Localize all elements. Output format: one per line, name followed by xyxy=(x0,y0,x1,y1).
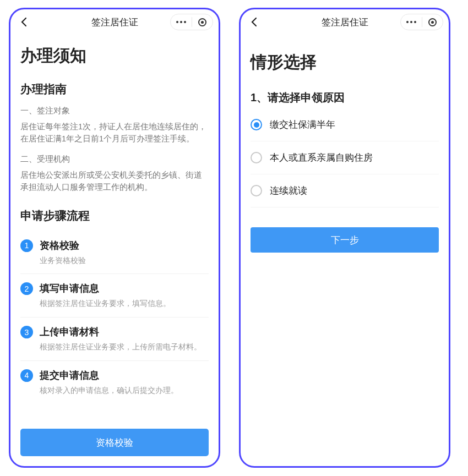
option-label: 本人或直系亲属自购住房 xyxy=(270,151,373,164)
capsule-close-button[interactable] xyxy=(192,18,213,26)
capsule-menu-button[interactable] xyxy=(171,21,192,23)
top-bar: 签注居住证 xyxy=(241,9,449,35)
step-desc: 核对录入的申请信息，确认后提交办理。 xyxy=(40,385,209,396)
miniprogram-capsule xyxy=(170,14,213,30)
close-target-icon xyxy=(428,18,437,26)
step-number-badge: 1 xyxy=(20,239,33,252)
step-desc: 根据签注居住证业务要求，填写信息。 xyxy=(40,298,209,309)
step-item: 1 资格校验 业务资格校验 xyxy=(20,231,209,275)
step-title: 资格校验 xyxy=(40,239,209,252)
step-item: 2 填写申请信息 根据签注居住证业务要求，填写信息。 xyxy=(20,274,209,318)
step-number-badge: 3 xyxy=(20,326,33,338)
main-heading: 办理须知 xyxy=(20,45,209,67)
capsule-close-button[interactable] xyxy=(422,18,443,26)
guide-section1-label: 一、签注对象 xyxy=(20,106,209,116)
step-body: 上传申请材料 根据签注居住证业务要求，上传所需电子材料。 xyxy=(40,325,209,353)
guide-section2-text: 居住地公安派出所或受公安机关委托的乡镇、街道承担流动人口服务管理工作的机构。 xyxy=(20,169,209,194)
content-right: 情形选择 1、请选择申领原因 缴交社保满半年 本人或直系亲属自购住房 连续就读 … xyxy=(241,35,449,466)
phone-left: 签注居住证 办理须知 办理指南 一、签注对象 居住证每年签注1次，持证人在居住地… xyxy=(9,8,220,468)
question-label: 1、请选择申领原因 xyxy=(251,90,439,105)
content-left: 办理须知 办理指南 一、签注对象 居住证每年签注1次，持证人在居住地连续居住的，… xyxy=(10,35,219,466)
back-button[interactable] xyxy=(16,14,31,30)
guide-section2-label: 二、受理机构 xyxy=(20,154,209,165)
radio-icon xyxy=(251,119,262,130)
step-desc: 根据签注居住证业务要求，上传所需电子材料。 xyxy=(40,342,209,353)
main-heading: 情形选择 xyxy=(251,51,439,74)
step-item: 4 提交申请信息 核对录入的申请信息，确认后提交办理。 xyxy=(20,361,209,404)
radio-icon xyxy=(251,152,262,163)
next-button[interactable]: 下一步 xyxy=(251,227,439,253)
step-item: 3 上传申请材料 根据签注居住证业务要求，上传所需电子材料。 xyxy=(20,318,209,361)
option-purchase-house[interactable]: 本人或直系亲属自购住房 xyxy=(251,141,439,174)
steps-heading: 申请步骤流程 xyxy=(20,208,209,223)
option-label: 连续就读 xyxy=(270,184,307,197)
radio-icon xyxy=(251,185,262,196)
chevron-left-icon xyxy=(20,17,27,27)
step-desc: 业务资格校验 xyxy=(40,255,209,266)
back-button[interactable] xyxy=(246,14,262,30)
step-number-badge: 4 xyxy=(20,369,33,382)
step-number-badge: 2 xyxy=(20,282,33,295)
capsule-menu-button[interactable] xyxy=(401,21,422,23)
chevron-left-icon xyxy=(251,17,257,27)
steps-list: 1 资格校验 业务资格校验 2 填写申请信息 根据签注居住证业务要求，填写信息。… xyxy=(20,231,209,403)
miniprogram-capsule xyxy=(400,14,443,30)
option-social-insurance[interactable]: 缴交社保满半年 xyxy=(251,108,439,141)
step-title: 提交申请信息 xyxy=(40,369,209,382)
guide-heading: 办理指南 xyxy=(20,81,209,97)
step-title: 上传申请材料 xyxy=(40,325,209,338)
phone-right: 签注居住证 情形选择 1、请选择申领原因 缴交社保满半年 本人或直系亲属自购住房… xyxy=(239,8,450,468)
more-icon xyxy=(406,21,416,23)
step-title: 填写申请信息 xyxy=(40,282,209,295)
qualify-button[interactable]: 资格校验 xyxy=(20,429,209,456)
option-label: 缴交社保满半年 xyxy=(270,118,335,131)
close-target-icon xyxy=(198,18,206,26)
guide-section1-text: 居住证每年签注1次，持证人在居住地连续居住的，在居住证满1年之日前1个月后可办理… xyxy=(20,121,209,145)
step-body: 资格校验 业务资格校验 xyxy=(40,239,209,266)
more-icon xyxy=(176,21,186,23)
step-body: 提交申请信息 核对录入的申请信息，确认后提交办理。 xyxy=(40,369,209,396)
step-body: 填写申请信息 根据签注居住证业务要求，填写信息。 xyxy=(40,282,209,309)
option-continuous-study[interactable]: 连续就读 xyxy=(251,174,439,207)
top-bar: 签注居住证 xyxy=(10,9,219,35)
